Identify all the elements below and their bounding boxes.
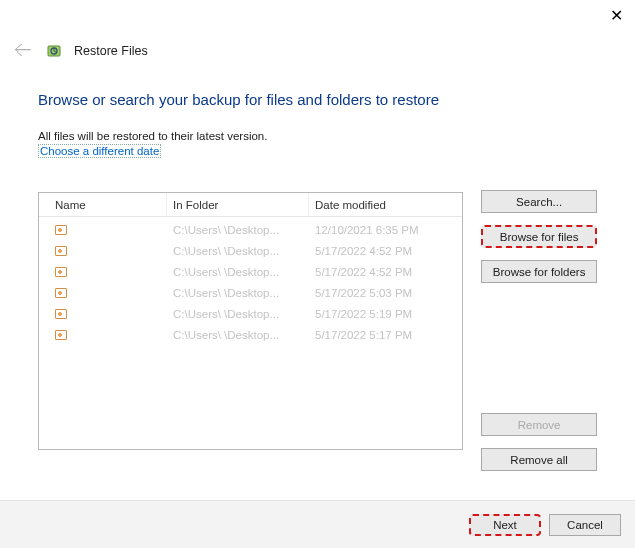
page-heading: Browse or search your backup for files a… [38,91,597,108]
folder-cell: C:\Users\ \Desktop... [167,308,309,320]
file-name-cell [39,309,167,319]
file-name-cell [39,330,167,340]
window-title: Restore Files [74,44,148,58]
table-row[interactable]: C:\Users\ \Desktop...5/17/2022 4:52 PM [39,261,462,282]
header: 🡠 Restore Files [0,0,635,61]
folder-cell: C:\Users\ \Desktop... [167,266,309,278]
browse-folders-button[interactable]: Browse for folders [481,260,597,283]
file-name-cell [39,225,167,235]
date-cell: 5/17/2022 5:19 PM [309,308,462,320]
browse-files-button[interactable]: Browse for files [481,225,597,248]
search-button[interactable]: Search... [481,190,597,213]
image-file-icon [55,267,67,277]
footer: Next Cancel [0,500,635,548]
remove-all-button[interactable]: Remove all [481,448,597,471]
table-row[interactable]: C:\Users\ \Desktop...5/17/2022 5:17 PM [39,324,462,345]
image-file-icon [55,288,67,298]
file-name-cell [39,267,167,277]
folder-cell: C:\Users\ \Desktop... [167,287,309,299]
next-button[interactable]: Next [469,514,541,536]
table-row[interactable]: C:\Users\ \Desktop...5/17/2022 4:52 PM [39,240,462,261]
date-cell: 5/17/2022 4:52 PM [309,245,462,257]
date-cell: 5/17/2022 4:52 PM [309,266,462,278]
folder-cell: C:\Users\ \Desktop... [167,224,309,236]
file-list[interactable]: Name In Folder Date modified C:\Users\ \… [38,192,463,450]
date-cell: 5/17/2022 5:17 PM [309,329,462,341]
date-cell: 12/10/2021 6:35 PM [309,224,462,236]
folder-cell: C:\Users\ \Desktop... [167,245,309,257]
cancel-button[interactable]: Cancel [549,514,621,536]
date-cell: 5/17/2022 5:03 PM [309,287,462,299]
remove-button: Remove [481,413,597,436]
image-file-icon [55,309,67,319]
version-note: All files will be restored to their late… [38,130,597,142]
image-file-icon [55,246,67,256]
choose-date-link[interactable]: Choose a different date [38,144,161,158]
restore-app-icon [46,42,64,60]
col-folder[interactable]: In Folder [167,193,309,216]
table-row[interactable]: C:\Users\ \Desktop...5/17/2022 5:19 PM [39,303,462,324]
close-icon[interactable]: ✕ [610,6,623,25]
list-header: Name In Folder Date modified [39,193,462,217]
table-row[interactable]: C:\Users\ \Desktop...5/17/2022 5:03 PM [39,282,462,303]
file-name-cell [39,288,167,298]
back-arrow-icon[interactable]: 🡠 [10,40,36,61]
folder-cell: C:\Users\ \Desktop... [167,329,309,341]
table-row[interactable]: C:\Users\ \Desktop...12/10/2021 6:35 PM [39,219,462,240]
side-buttons: Search... Browse for files Browse for fo… [481,190,597,483]
image-file-icon [55,330,67,340]
col-name[interactable]: Name [39,193,167,216]
file-name-cell [39,246,167,256]
image-file-icon [55,225,67,235]
col-date[interactable]: Date modified [309,193,462,216]
